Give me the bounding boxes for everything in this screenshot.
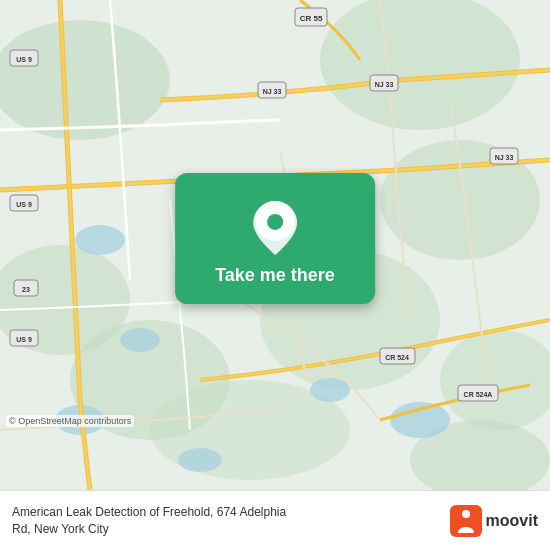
svg-point-11 — [120, 328, 160, 352]
svg-point-13 — [310, 378, 350, 402]
map-container[interactable]: CR 55 NJ 33 NJ 33 NJ 33 US 9 US 9 US 9 2… — [0, 0, 550, 490]
svg-point-10 — [75, 225, 125, 255]
svg-text:CR 524: CR 524 — [385, 354, 409, 361]
take-me-there-label: Take me there — [215, 265, 335, 286]
address-text: American Leak Detection of Freehold, 674… — [12, 504, 450, 538]
svg-text:US 9: US 9 — [16, 56, 32, 63]
svg-text:US 9: US 9 — [16, 201, 32, 208]
svg-text:US 9: US 9 — [16, 336, 32, 343]
svg-text:NJ 33: NJ 33 — [263, 88, 282, 95]
moovit-text: moovit — [486, 512, 538, 530]
svg-text:CR 524A: CR 524A — [464, 391, 493, 398]
svg-point-12 — [390, 402, 450, 438]
svg-text:23: 23 — [22, 286, 30, 293]
svg-point-37 — [267, 214, 283, 230]
svg-point-15 — [178, 448, 222, 472]
svg-text:NJ 33: NJ 33 — [375, 81, 394, 88]
take-me-there-button[interactable]: Take me there — [175, 173, 375, 304]
svg-text:NJ 33: NJ 33 — [495, 154, 514, 161]
moovit-logo-icon — [450, 505, 482, 537]
moovit-logo: moovit — [450, 505, 538, 537]
svg-point-39 — [462, 510, 470, 518]
svg-text:CR 55: CR 55 — [300, 14, 323, 23]
bottom-bar: American Leak Detection of Freehold, 674… — [0, 490, 550, 550]
osm-credit: © OpenStreetMap contributors — [6, 415, 134, 427]
location-pin-icon — [253, 201, 297, 255]
